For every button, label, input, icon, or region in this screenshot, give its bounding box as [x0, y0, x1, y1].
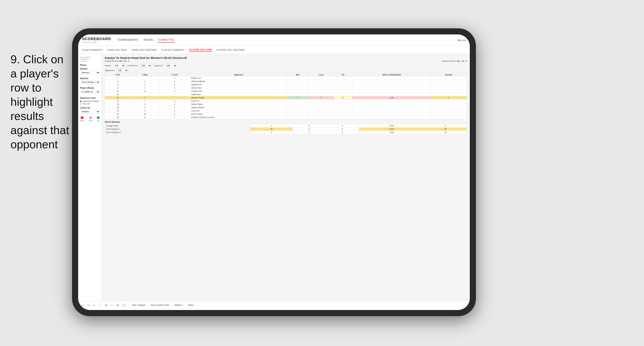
opponent-view-group: Opponents Played Top 100 — [80, 100, 100, 105]
grid-area: Katelyn Vo Head-to-Head Grid for Women's… — [102, 54, 470, 301]
table-row[interactable]: 613Sydney Kuo — [105, 83, 467, 86]
filter-opponent-label: Opponent — [154, 65, 163, 67]
top-navigation: SCOREBOARD Powered by clippd TOURNAMENTS… — [78, 34, 470, 46]
view-original-button[interactable]: View: Original — [132, 304, 146, 306]
table-row[interactable]: 522Alexis Sudjianto — [105, 80, 467, 83]
instruction-step: 9. — [10, 53, 20, 66]
player-rank-select[interactable]: 8. Katelyn Vo — [80, 90, 100, 94]
bottom-toolbar: ↩ ↪ ↩ ⛶ ⊕ — ⊕ 🕐 View: Original Save Cust… — [78, 301, 470, 309]
record-row: Overall Record: 353 - 34 - 6 Division Re… — [105, 60, 467, 62]
out-table-row[interactable]: NAIA Division 1 15 0 0 9.267 30 — [105, 128, 467, 131]
out-table-row[interactable]: Foreign Team 1 0 0 4.500 2 — [105, 124, 467, 128]
nav-tournaments[interactable]: TOURNAMENTS — [117, 37, 138, 43]
watch-button[interactable]: Watch ▾ — [175, 304, 182, 306]
table-row[interactable]: 31Esther Lee — [105, 77, 467, 80]
tab-player-h2h-grid[interactable]: PLAYER H2H GRID — [189, 48, 212, 52]
sidebar-gender-label: Gender — [80, 68, 100, 70]
sidebar-colour-label: Colour by — [80, 107, 100, 109]
overall-record-label: Overall Record: — [105, 60, 118, 62]
table-row[interactable]: 1691Jessica Mason — [105, 106, 467, 109]
out-of-division-label: Out of division — [105, 121, 467, 123]
overall-record-value: 353 - 34 - 6 — [119, 60, 129, 62]
out-of-division-table: Foreign Team 1 0 0 4.500 2 NAIA Division… — [105, 124, 467, 134]
sidebar-player-label: Player — [80, 64, 100, 66]
tablet-shell: SCOREBOARD Powered by clippd TOURNAMENTS… — [72, 28, 476, 316]
tab-team-h2h-grid[interactable]: TEAM H2H GRID — [107, 48, 127, 52]
opponent-filter-select[interactable]: (All) — [165, 64, 177, 67]
grid-title: Katelyn Vo Head-to-Head Grid for Women's… — [105, 56, 467, 59]
logo-subtitle: Powered by clippd — [82, 41, 111, 43]
radio-opponents-played[interactable]: Opponents Played — [80, 100, 100, 102]
tab-team-summary[interactable]: TEAM SUMMARY — [82, 48, 102, 52]
sidebar-opponent-view-label: Opponent view — [80, 97, 100, 99]
division-record-value: 331 - 34 - 6 — [457, 60, 467, 62]
toolbar-sep4 — [185, 303, 185, 307]
tab-team-h2h-heatmap[interactable]: TEAM H2H HEATMAP — [132, 48, 157, 52]
table-row[interactable]: 1063Andrea York — [105, 90, 467, 93]
table-row[interactable]: 1585Stella Cheng — [105, 103, 467, 106]
col-diff: Diff Av Strokes/Rnd — [352, 73, 431, 77]
sidebar-division-label: Division — [80, 77, 100, 80]
minus-button[interactable]: — — [110, 303, 114, 307]
sign-out-button[interactable]: Sign out — [454, 39, 466, 41]
gender-select[interactable]: Women's — [80, 71, 100, 75]
opponents-select[interactable]: (All) — [116, 69, 128, 72]
nav-teams[interactable]: TEAMS — [144, 37, 153, 43]
colour-by-select[interactable]: Win/loss — [80, 110, 100, 114]
main-data-table: # Div # Reg # Conf Opponent Win Loss Tie… — [105, 73, 467, 119]
table-row[interactable]: 19106Emily Chang — [105, 113, 467, 116]
redo-button[interactable]: ↪ — [86, 303, 90, 307]
table-header-row: # Div # Reg # Conf Opponent Win Loss Tie… — [105, 73, 467, 77]
col-opponent: Opponent — [190, 73, 287, 77]
grid-button[interactable]: ⛶ — [98, 303, 102, 307]
conference-filter-select[interactable]: (All) — [140, 64, 152, 67]
color-legend: Down Level Up — [80, 116, 100, 122]
sidebar: Last Updated: 27/03/2024 16:55:28 Player… — [78, 54, 102, 301]
share-button[interactable]: Share — [188, 304, 194, 306]
table-row[interactable]: 13Haeji Hyun — [105, 93, 467, 96]
table-row[interactable]: 1822Luna Lee — [105, 109, 467, 113]
second-navigation: TEAM SUMMARY TEAM H2H GRID TEAM H2H HEAT… — [78, 46, 470, 54]
col-loss: Loss — [308, 73, 334, 77]
toolbar-sep — [129, 303, 129, 307]
tab-player-h2h-heatmap[interactable]: PLAYER H2H HEATMAP — [216, 48, 245, 52]
filters-row: Region (All) Conference (All) Opponent (… — [105, 64, 467, 67]
out-table-row[interactable]: NCAA Division 2 5 0 0 7.400 10 — [105, 131, 467, 134]
toolbar-sep3 — [172, 303, 172, 307]
col-conf: # Conf — [159, 73, 190, 77]
add-button[interactable]: ⊕ — [104, 303, 108, 307]
table-row[interactable]: 20117Federica Domecq Lacroze — [105, 116, 467, 119]
region-filter-select[interactable]: (All) — [113, 64, 125, 67]
nav-items: TOURNAMENTS TEAMS COMMITTEE — [117, 37, 454, 43]
col-reg: # Reg — [131, 73, 159, 77]
logo: SCOREBOARD Powered by clippd — [82, 37, 111, 43]
save-custom-button[interactable]: Save Custom View — [151, 304, 169, 306]
col-rounds: Rounds — [431, 73, 467, 77]
clock-button[interactable]: 🕐 — [122, 303, 126, 307]
instruction-text: 9. Click on a player's row to highlight … — [10, 52, 72, 152]
col-tie: Tie — [334, 73, 352, 77]
instruction-body: Click on a player's row to highlight res… — [10, 53, 69, 151]
nav-committee[interactable]: COMMITTEE — [158, 37, 175, 43]
opponents-label: Opponents: — [105, 69, 115, 71]
col-div: # Div — [105, 73, 131, 77]
sidebar-player-rank-label: Player (Rank) — [80, 87, 100, 89]
division-select[interactable]: NCAA Division III — [80, 80, 100, 84]
toolbar-sep2 — [148, 303, 148, 307]
plus-button[interactable]: ⊕ — [116, 303, 120, 307]
radio-top100[interactable]: Top 100 — [80, 103, 100, 105]
table-row-highlighted[interactable]: 13 1 Jessica Huang 0 1 0 -3.00 2 — [105, 96, 467, 99]
table-row[interactable]: 914Sharon Mun — [105, 86, 467, 90]
back-button[interactable]: ↩ — [92, 303, 96, 307]
table-row[interactable]: 1474Eunice Yi — [105, 99, 467, 103]
col-win: Win — [287, 73, 308, 77]
sidebar-timestamp: Last Updated: 27/03/2024 16:55:28 — [80, 56, 100, 62]
tab-player-summary[interactable]: PLAYER SUMMARY — [161, 48, 185, 52]
logo-title: SCOREBOARD — [82, 37, 111, 41]
division-record-label: Division Record: — [442, 60, 456, 62]
tablet-screen: SCOREBOARD Powered by clippd TOURNAMENTS… — [78, 34, 470, 310]
undo-button[interactable]: ↩ — [81, 303, 85, 307]
filter-conference-label: Conference — [128, 65, 138, 67]
filter-region-label: Region — [105, 65, 111, 67]
main-content: Last Updated: 27/03/2024 16:55:28 Player… — [78, 54, 470, 301]
